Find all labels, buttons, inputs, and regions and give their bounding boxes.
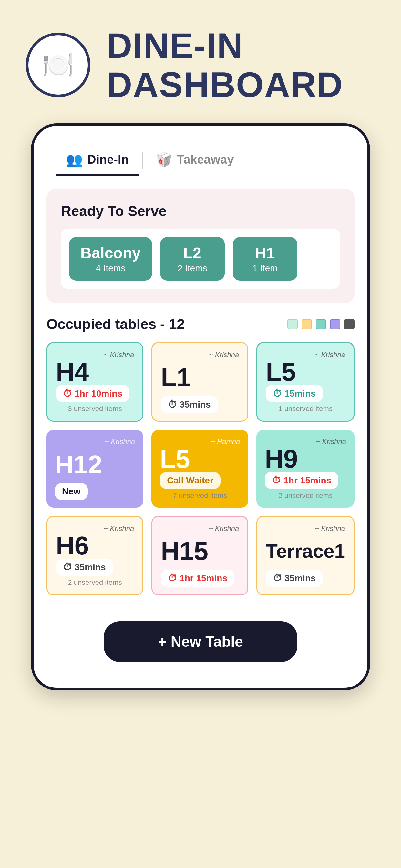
- occupied-section: Occupied tables - 12 ~ Krishna H4 ⏱ 1hr …: [47, 316, 354, 605]
- takeaway-label: Takeaway: [177, 153, 234, 166]
- tab-dine-in[interactable]: 👥 Dine-In: [56, 145, 138, 176]
- timer-icon-terrace1: ⏱: [273, 573, 282, 584]
- table-card-h12[interactable]: ~ Krishna H12 New: [47, 430, 143, 507]
- time-badge-h4: ⏱ 1hr 10mins: [56, 385, 129, 402]
- legend-purple: [330, 319, 340, 330]
- phone-frame: 👥 Dine-In 🥡 Takeaway Ready To Serve Balc…: [31, 123, 370, 690]
- timer-icon-h6: ⏱: [63, 562, 72, 572]
- table-card-h4[interactable]: ~ Krishna H4 ⏱ 1hr 10mins 3 unserved ite…: [47, 342, 143, 422]
- ready-card-name-l2: L2: [172, 244, 213, 262]
- table-name-h12: H12: [55, 452, 135, 477]
- header-title: DINE-IN DASHBOARD: [106, 26, 343, 104]
- dine-in-icon: 👥: [66, 152, 83, 167]
- logo-circle: 🍽️: [26, 33, 90, 97]
- table-card-h6[interactable]: ~ Krishna H6 ⏱ 35mins 2 unserved items: [47, 516, 143, 595]
- title-line2: DASHBOARD: [106, 65, 343, 104]
- table-name-l5-cw: L5: [160, 446, 240, 472]
- unserved-h9: 2 unserved items: [265, 492, 346, 500]
- table-card-l5-waiter[interactable]: ~ Hamna L5 Call Waiter 7 unserved items: [151, 430, 248, 507]
- table-waiter-l5-cw: ~ Hamna: [160, 438, 240, 446]
- unserved-l5-cw: 7 unserved items: [160, 492, 240, 500]
- unserved-h4: 3 unserved items: [56, 405, 134, 413]
- table-name-h9: H9: [265, 446, 346, 472]
- table-card-h15[interactable]: ~ Krishna H15 ⏱ 1hr 15mins: [151, 516, 248, 595]
- timer-icon-h9: ⏱: [272, 475, 281, 486]
- ready-card-items-balcony: 4 Items: [81, 263, 141, 274]
- timer-icon-h4: ⏱: [63, 388, 72, 399]
- table-name-terrace1: Terrace1: [266, 541, 345, 561]
- time-badge-l5: ⏱ 15mins: [266, 385, 323, 402]
- table-name-h6: H6: [56, 533, 134, 559]
- time-badge-h12: New: [55, 483, 88, 500]
- time-badge-l1: ⏱ 35mins: [161, 396, 218, 413]
- legend-teal: [316, 319, 326, 330]
- ready-card-h1[interactable]: H1 1 Item: [233, 237, 297, 281]
- new-table-button[interactable]: + New Table: [104, 621, 297, 662]
- tab-bar: 👥 Dine-In 🥡 Takeaway: [47, 145, 354, 176]
- occupied-title: Occupied tables - 12: [47, 316, 185, 332]
- ready-card-name-balcony: Balcony: [81, 244, 141, 262]
- tab-divider: [142, 152, 143, 168]
- ready-section-title: Ready To Serve: [61, 203, 340, 219]
- table-name-l1: L1: [161, 365, 239, 391]
- dining-icon: 🍽️: [42, 50, 74, 80]
- time-badge-h15: ⏱ 1hr 15mins: [161, 569, 235, 587]
- takeaway-icon: 🥡: [156, 152, 173, 167]
- table-waiter-h12: ~ Krishna: [55, 438, 135, 446]
- title-line1: DINE-IN: [106, 26, 343, 65]
- legend-yellow: [302, 319, 312, 330]
- ready-cards-container: Balcony 4 Items L2 2 Items H1 1 Item: [61, 229, 340, 289]
- occupied-header: Occupied tables - 12: [47, 316, 354, 332]
- legend-dark: [344, 319, 354, 330]
- time-badge-h9: ⏱ 1hr 15mins: [265, 472, 338, 489]
- table-name-h4: H4: [56, 359, 134, 385]
- table-name-h15: H15: [161, 538, 239, 564]
- ready-card-l2[interactable]: L2 2 Items: [160, 237, 225, 281]
- header: 🍽️ DINE-IN DASHBOARD: [0, 0, 401, 123]
- timer-icon-l1: ⏱: [168, 399, 177, 410]
- legend-green: [287, 319, 298, 330]
- unserved-h6: 2 unserved items: [56, 578, 134, 587]
- tables-grid: ~ Krishna H4 ⏱ 1hr 10mins 3 unserved ite…: [47, 342, 354, 595]
- time-badge-l5-cw: Call Waiter: [160, 472, 220, 489]
- dine-in-label: Dine-In: [87, 153, 129, 166]
- table-card-l5-first[interactable]: ~ Krishna L5 ⏱ 15mins 1 unserved items: [256, 342, 354, 422]
- legend-dots: [287, 319, 354, 330]
- table-card-terrace1[interactable]: ~ Krishna Terrace1 ⏱ 35mins: [256, 516, 354, 595]
- table-waiter-l1: ~ Krishna: [161, 351, 239, 359]
- tab-takeaway[interactable]: 🥡 Takeaway: [146, 145, 244, 176]
- ready-card-name-h1: H1: [244, 244, 286, 262]
- unserved-l5: 1 unserved items: [266, 405, 345, 413]
- ready-to-serve-section: Ready To Serve Balcony 4 Items L2 2 Item…: [47, 189, 354, 303]
- table-card-l1[interactable]: ~ Krishna L1 ⏱ 35mins: [151, 342, 248, 422]
- time-badge-terrace1: ⏱ 35mins: [266, 569, 323, 587]
- table-waiter-terrace1: ~ Krishna: [266, 524, 345, 533]
- ready-card-items-h1: 1 Item: [244, 263, 286, 274]
- time-badge-h6: ⏱ 35mins: [56, 559, 113, 576]
- timer-icon-l5: ⏱: [273, 388, 282, 399]
- table-card-h9[interactable]: ~ Krishna H9 ⏱ 1hr 15mins 2 unserved ite…: [256, 430, 354, 507]
- table-name-l5: L5: [266, 359, 345, 385]
- ready-card-items-l2: 2 Items: [172, 263, 213, 274]
- ready-card-balcony[interactable]: Balcony 4 Items: [69, 237, 152, 281]
- table-waiter-h15: ~ Krishna: [161, 524, 239, 533]
- timer-icon-h15: ⏱: [168, 573, 177, 584]
